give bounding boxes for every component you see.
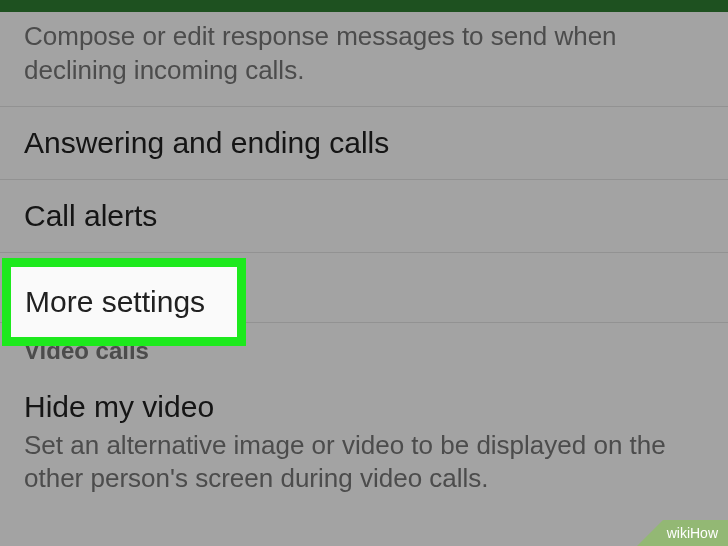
status-bar bbox=[0, 0, 728, 12]
setting-subtitle: Set an alternative image or video to be … bbox=[24, 429, 704, 497]
setting-subtitle: Compose or edit response messages to sen… bbox=[24, 20, 704, 88]
setting-hide-video[interactable]: Hide my video Set an alternative image o… bbox=[0, 371, 728, 501]
setting-answering-ending[interactable]: Answering and ending calls bbox=[0, 107, 728, 180]
setting-title: Call alerts bbox=[24, 198, 704, 234]
setting-quick-decline[interactable]: Quick decline messages Compose or edit r… bbox=[0, 12, 728, 107]
setting-title: Hide my video bbox=[24, 389, 704, 425]
setting-title: Answering and ending calls bbox=[24, 125, 704, 161]
highlight-more-settings[interactable]: More settings bbox=[2, 258, 246, 346]
settings-list: Quick decline messages Compose or edit r… bbox=[0, 12, 728, 500]
watermark-decoration bbox=[637, 520, 663, 546]
watermark-text: wikiHow bbox=[663, 520, 728, 546]
setting-title: More settings bbox=[25, 284, 205, 320]
setting-call-alerts[interactable]: Call alerts bbox=[0, 180, 728, 253]
wikihow-watermark: wikiHow bbox=[637, 520, 728, 546]
